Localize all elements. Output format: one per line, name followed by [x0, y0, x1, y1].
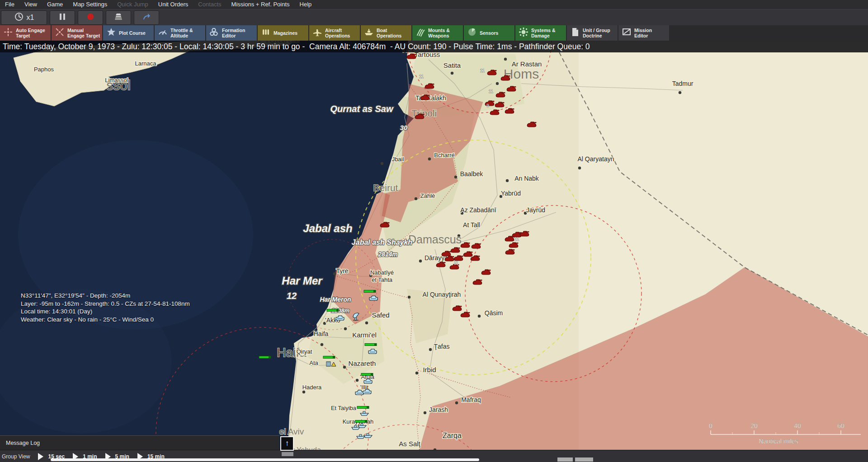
mission-editor-button[interactable]: MissionEditor — [618, 25, 669, 41]
city-dot — [381, 162, 383, 165]
map-label-city: Karmi'el — [352, 331, 377, 339]
map-label-city: Haifa — [314, 330, 329, 337]
manual-engage-target-button[interactable]: ManualEngage Target — [52, 25, 102, 41]
stack-icon — [113, 12, 123, 23]
map-label-city: As Salţ — [399, 440, 420, 448]
menu-item-unit-orders[interactable]: Unit Orders — [153, 0, 193, 9]
city-dot — [408, 296, 410, 299]
bottom-ui-stub — [575, 457, 593, 462]
menu-item-map-settings[interactable]: Map Settings — [68, 0, 112, 9]
unit-count-badge: 11 — [489, 89, 494, 94]
map-label-city: Et Taiyiba — [331, 405, 357, 411]
recorder-button[interactable] — [106, 10, 131, 25]
systems-damage-button[interactable]: Systems &Damage — [515, 25, 566, 41]
unit-status-bar[interactable] — [323, 356, 335, 359]
city-dot — [504, 58, 507, 61]
unit-status-bar[interactable] — [355, 420, 367, 423]
action-button-label: Plot Course — [119, 30, 146, 36]
throttle-altitude-button[interactable]: Throttle &Altitude — [155, 25, 205, 41]
city-dot — [455, 401, 458, 404]
map-label-big: Beirut — [373, 182, 398, 193]
city-dot — [478, 315, 481, 317]
action-button-label: AircraftOperations — [325, 28, 350, 38]
formation-editor-button[interactable]: FormationEditor — [206, 25, 257, 41]
unit-count-badge: 11 — [419, 74, 424, 79]
message-log-expand-button[interactable]: ↑ — [280, 436, 294, 451]
map-label-city: Tadmur — [672, 80, 693, 87]
auto-engage-target-button[interactable]: Auto EngageTarget — [0, 25, 51, 41]
map-label-city: Tall Kalakh — [415, 94, 446, 102]
map-label-terbig: Har Mer — [282, 275, 323, 287]
map-label-terbig: Jabal ash — [303, 222, 352, 234]
scale-tick-label: 40 — [794, 422, 801, 429]
unit-status-bar[interactable] — [357, 406, 369, 409]
map-label-city: Yabrūd — [501, 190, 521, 197]
scale-unit-label: Nautical miles — [759, 438, 798, 445]
plane-icon — [312, 27, 322, 39]
pause-button[interactable] — [50, 10, 75, 25]
jump-icon — [142, 12, 151, 23]
sim-control-toolbar: x1 — [0, 9, 868, 25]
unit-status-bar[interactable] — [259, 356, 271, 359]
horizontal-scrollbar-thumb[interactable] — [51, 458, 479, 461]
menu-bar: FileViewGameMap SettingsQuick JumpUnit O… — [0, 0, 868, 9]
action-button-label: Systems &Damage — [531, 28, 556, 38]
menu-item-quick-jump: Quick Jump — [112, 0, 153, 9]
unit-status-bar[interactable] — [361, 373, 373, 376]
sensors-button[interactable]: Sensors — [464, 25, 514, 41]
map-label-city: Az Zabadānī — [460, 206, 496, 214]
menu-item-game[interactable]: Game — [42, 0, 68, 9]
message-log-resize-handle[interactable] — [282, 452, 293, 456]
pause-icon — [57, 12, 67, 23]
action-button-label: Mounts &Weapons — [428, 28, 450, 38]
map-label-terbig: Qurnat as Saw — [330, 104, 394, 114]
aircraft-operations-button[interactable]: AircraftOperations — [309, 25, 360, 41]
step-arrow-icon[interactable] — [38, 453, 43, 460]
time-compression-button[interactable]: x1 — [1, 10, 47, 25]
menu-item-view[interactable]: View — [19, 0, 42, 9]
city-dot — [365, 322, 368, 324]
quick-jump-button[interactable] — [134, 10, 159, 25]
city-dot — [415, 197, 417, 200]
unit-status-bar[interactable] — [327, 309, 339, 312]
city-dot — [451, 72, 453, 75]
unit-status-bar[interactable] — [365, 344, 377, 346]
map-label-city: Satita — [443, 61, 461, 69]
cmo-main-window: FileViewGameMap SettingsQuick JumpUnit O… — [0, 0, 868, 462]
menu-item-missions-ref-points[interactable]: Missions + Ref. Points — [226, 0, 295, 9]
bottom-ui-stub — [557, 457, 573, 462]
star-icon — [106, 27, 116, 39]
map-label-city: Bcharré — [434, 152, 455, 159]
cross-manual-icon — [55, 27, 65, 39]
action-button-label: Unit / GroupDoctrine — [583, 28, 610, 38]
menu-item-file[interactable]: File — [0, 0, 19, 9]
unit-group-doctrine-button[interactable]: Unit / GroupDoctrine — [567, 25, 618, 41]
scale-tick-label: 20 — [750, 422, 758, 429]
map-label-city: Mafraq — [461, 396, 481, 403]
map-label-city: Nazareth — [349, 359, 376, 367]
plot-course-button[interactable]: Plot Course — [103, 25, 154, 41]
menu-item-contacts: Contacts — [193, 0, 226, 9]
boat-operations-button[interactable]: BoatOperations — [361, 25, 411, 41]
cursor-info-panel: N33°11'47", E32°19'54" - Depth: -2054m L… — [21, 292, 190, 323]
radar-icon — [467, 27, 477, 39]
mounts-weapons-button[interactable]: Mounts &Weapons — [412, 25, 463, 41]
map-label-ter: Jabal ash Shaykh — [352, 238, 413, 246]
unit-status-bar[interactable] — [364, 290, 376, 293]
map-label-city: At Tall — [463, 221, 480, 229]
hexagons-icon — [209, 27, 219, 39]
group-view-label[interactable]: Group View — [0, 453, 36, 460]
map-label-city: Zahlé — [420, 192, 435, 199]
city-dot — [343, 366, 346, 369]
message-log-bar[interactable]: Message Log — [0, 435, 279, 450]
action-button-label: Auto EngageTarget — [16, 28, 45, 38]
action-button-label: Magazines — [274, 30, 297, 36]
city-dot — [333, 272, 336, 275]
magazines-button[interactable]: Magazines — [258, 25, 308, 41]
city-dot — [428, 158, 431, 160]
tactical-map[interactable]: PaphosLimassolssolLarnacaProtarasTATarto… — [0, 0, 868, 462]
menu-item-help[interactable]: Help — [295, 0, 317, 9]
map-label-city: Qāsim — [485, 309, 503, 317]
record-button[interactable] — [78, 10, 103, 25]
info-local-time: Local time: 14:30:01 (Day) — [21, 308, 190, 316]
